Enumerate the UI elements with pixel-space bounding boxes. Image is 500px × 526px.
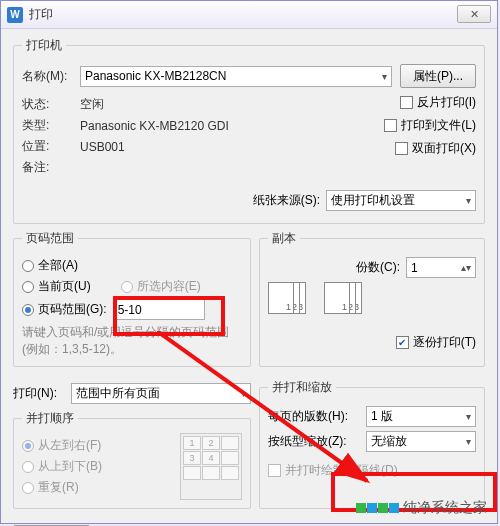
range-selection-radio: 所选内容(E) bbox=[121, 278, 201, 295]
scale-label: 按纸型缩放(Z): bbox=[268, 433, 366, 450]
printer-group: 打印机 名称(M): Panasonic KX-MB2128CN ▾ 属性(P)… bbox=[13, 37, 485, 224]
perpage-label: 每页的版数(H): bbox=[268, 408, 366, 425]
collate-diagram: 3 2 1 3 2 1 bbox=[268, 282, 476, 326]
range-pages-radio[interactable]: 页码范围(G): bbox=[22, 301, 107, 318]
page-range-input[interactable]: 5-10 bbox=[113, 299, 205, 320]
radio-icon bbox=[22, 461, 34, 473]
order-group: 并打顺序 从左到右(F) 从上到下(B) 重复(R) 12 34 bbox=[13, 410, 251, 509]
range-legend: 页码范围 bbox=[22, 230, 78, 247]
where-value: USB001 bbox=[80, 140, 125, 154]
status-label: 状态: bbox=[22, 96, 80, 113]
titlebar: W 打印 ✕ bbox=[1, 1, 497, 29]
checkbox-icon bbox=[395, 142, 408, 155]
printwhat-combo[interactable]: 范围中所有页面 ▾ bbox=[71, 383, 251, 404]
range-hint-2: (例如：1,3,5-12)。 bbox=[22, 341, 242, 358]
radio-icon bbox=[22, 304, 34, 316]
print-to-file-checkbox[interactable]: 打印到文件(L) bbox=[384, 117, 476, 134]
close-icon: ✕ bbox=[470, 8, 479, 21]
comment-label: 备注: bbox=[22, 159, 80, 176]
chevron-down-icon: ▾ bbox=[466, 436, 471, 447]
page-range-group: 页码范围 全部(A) 当前页(U) 所选内容(E) 页码范围(G): 5-10 … bbox=[13, 230, 251, 367]
radio-icon bbox=[22, 440, 34, 452]
app-icon: W bbox=[7, 7, 23, 23]
paper-source-combo[interactable]: 使用打印机设置 ▾ bbox=[326, 190, 476, 211]
where-label: 位置: bbox=[22, 138, 80, 155]
printwhat-label: 打印(N): bbox=[13, 385, 71, 402]
chevron-down-icon: ▾ bbox=[382, 71, 387, 82]
type-value: Panasonic KX-MB2120 GDI bbox=[80, 119, 229, 133]
radio-icon bbox=[121, 281, 133, 293]
order-tb-radio: 从上到下(B) bbox=[22, 458, 172, 475]
type-label: 类型: bbox=[22, 117, 80, 134]
range-all-radio[interactable]: 全部(A) bbox=[22, 257, 242, 274]
copies-group: 副本 份数(C): 1 ▴▾ 3 2 1 3 2 bbox=[259, 230, 485, 367]
chevron-down-icon: ▾ bbox=[241, 388, 246, 399]
chevron-down-icon: ▾ bbox=[466, 195, 471, 206]
range-hint-1: 请键入页码和/或用逗号分隔的页码范围 bbox=[22, 324, 242, 341]
copies-spinner[interactable]: 1 ▴▾ bbox=[406, 257, 476, 278]
close-button[interactable]: ✕ bbox=[457, 5, 491, 23]
checkbox-icon bbox=[268, 464, 281, 477]
status-value: 空闲 bbox=[80, 96, 104, 113]
zoom-group: 并打和缩放 每页的版数(H): 1 版 ▾ 按纸型缩放(Z): 无缩放 ▾ bbox=[259, 379, 485, 509]
perpage-combo[interactable]: 1 版 ▾ bbox=[366, 406, 476, 427]
dialog-content: 打印机 名称(M): Panasonic KX-MB2128CN ▾ 属性(P)… bbox=[1, 29, 497, 526]
order-lr-radio: 从左到右(F) bbox=[22, 437, 172, 454]
collate-checkbox[interactable]: ✔ 逐份打印(T) bbox=[268, 334, 476, 351]
paper-source-value: 使用打印机设置 bbox=[331, 192, 415, 209]
radio-icon bbox=[22, 260, 34, 272]
paper-source-label: 纸张来源(S): bbox=[253, 192, 320, 209]
watermark-logo-icon bbox=[356, 503, 399, 513]
print-dialog: W 打印 ✕ 打印机 名称(M): Panasonic KX-MB2128CN … bbox=[0, 0, 498, 524]
watermark-text: 纯净系统之家 bbox=[403, 499, 487, 517]
checkbox-icon: ✔ bbox=[396, 336, 409, 349]
order-repeat-radio: 重复(R) bbox=[22, 479, 172, 496]
chevron-down-icon: ▾ bbox=[466, 411, 471, 422]
window-title: 打印 bbox=[29, 6, 53, 23]
order-keypad-icon: 12 34 bbox=[180, 433, 242, 500]
printer-legend: 打印机 bbox=[22, 37, 66, 54]
drawlines-checkbox: 并打时绘制分隔线(D) bbox=[268, 462, 476, 479]
copies-legend: 副本 bbox=[268, 230, 300, 247]
radio-icon bbox=[22, 482, 34, 494]
order-legend: 并打顺序 bbox=[22, 410, 78, 427]
range-current-radio[interactable]: 当前页(U) bbox=[22, 278, 91, 295]
radio-icon bbox=[22, 281, 34, 293]
zoom-legend: 并打和缩放 bbox=[268, 379, 336, 396]
printer-name-value: Panasonic KX-MB2128CN bbox=[85, 69, 226, 83]
reverse-print-checkbox[interactable]: 反片打印(I) bbox=[400, 94, 476, 111]
checkbox-icon bbox=[384, 119, 397, 132]
printer-name-label: 名称(M): bbox=[22, 68, 80, 85]
checkbox-icon bbox=[400, 96, 413, 109]
copies-count-label: 份数(C): bbox=[356, 259, 400, 276]
properties-button[interactable]: 属性(P)... bbox=[400, 64, 476, 88]
duplex-checkbox[interactable]: 双面打印(X) bbox=[395, 140, 476, 157]
printer-name-combo[interactable]: Panasonic KX-MB2128CN ▾ bbox=[80, 66, 392, 87]
watermark: 纯净系统之家 bbox=[356, 499, 487, 517]
scale-combo[interactable]: 无缩放 ▾ bbox=[366, 431, 476, 452]
spinner-icon: ▴▾ bbox=[461, 262, 471, 273]
